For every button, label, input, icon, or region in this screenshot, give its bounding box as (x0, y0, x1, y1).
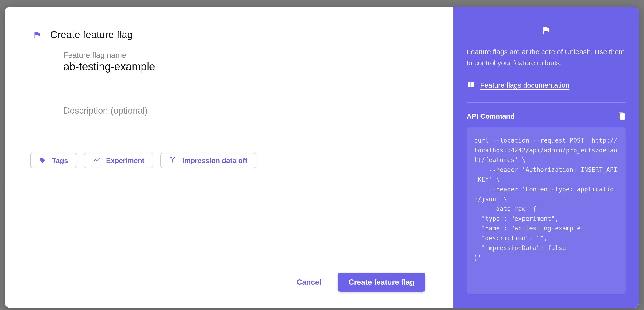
tags-chip[interactable]: Tags (30, 153, 77, 168)
experiment-icon (93, 156, 100, 165)
split-icon (169, 156, 176, 165)
feature-flag-name-input[interactable] (63, 60, 425, 73)
sidebar-intro-text: Feature flags are at the core of Unleash… (466, 47, 626, 68)
api-command-title: API Command (466, 112, 515, 120)
impression-chip-label: Impression data off (182, 157, 247, 165)
api-command-header: API Command (466, 112, 626, 121)
form-area: Feature flag name (5, 45, 454, 130)
modal-header: Create feature flag (5, 7, 454, 45)
create-feature-flag-modal: Create feature flag Feature flag name Ta… (5, 7, 639, 308)
api-command-code[interactable]: curl --location --request POST 'http://l… (466, 127, 626, 294)
flag-icon (541, 25, 551, 36)
create-feature-flag-button[interactable]: Create feature flag (338, 273, 425, 292)
svg-point-0 (170, 157, 172, 158)
tag-icon (39, 156, 46, 165)
options-row: Tags Experiment Impression data (5, 130, 454, 185)
modal-title: Create feature flag (50, 29, 133, 40)
book-icon (466, 81, 475, 90)
flag-icon (33, 31, 41, 39)
type-chip[interactable]: Experiment (84, 153, 153, 168)
impression-data-chip[interactable]: Impression data off (160, 153, 256, 168)
modal-footer: Cancel Create feature flag (5, 256, 454, 308)
info-sidebar: Feature flags are at the core of Unleash… (454, 7, 639, 308)
copy-icon (617, 117, 626, 121)
description-input[interactable] (63, 106, 425, 116)
tags-chip-label: Tags (52, 157, 68, 165)
cancel-button[interactable]: Cancel (297, 278, 321, 286)
documentation-link[interactable]: Feature flags documentation (480, 81, 569, 89)
svg-point-1 (174, 157, 175, 158)
sidebar-divider (466, 102, 626, 103)
name-field-label: Feature flag name (63, 51, 425, 60)
copy-api-command-button[interactable] (617, 112, 626, 121)
type-chip-label: Experiment (106, 157, 144, 165)
doc-link-row: Feature flags documentation (466, 81, 626, 90)
modal-main: Create feature flag Feature flag name Ta… (5, 7, 454, 308)
